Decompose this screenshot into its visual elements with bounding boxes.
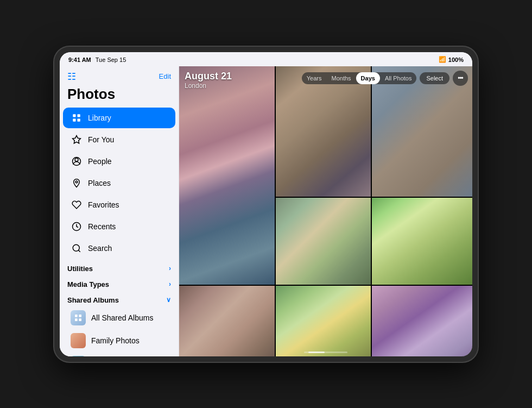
filter-all-photos[interactable]: All Photos	[380, 72, 417, 84]
svg-point-6	[75, 180, 78, 183]
filter-months[interactable]: Months	[327, 72, 356, 84]
photo-cell-8[interactable]	[372, 286, 472, 356]
sidebar-item-all-shared-albums[interactable]: All Shared Albums	[63, 307, 175, 329]
status-bar: 9:41 AM Tue Sep 15 📶 100%	[60, 52, 472, 66]
more-button[interactable]: •••	[453, 71, 468, 86]
svg-rect-12	[75, 318, 78, 321]
sidebar-item-shared-album[interactable]: Shared Album	[63, 353, 175, 356]
status-date: Tue Sep 15	[96, 57, 126, 63]
photo-grid	[179, 66, 472, 356]
all-shared-albums-label: All Shared Albums	[91, 313, 153, 322]
device-frame: 9:41 AM Tue Sep 15 📶 100% ☷ Edit Photos	[54, 47, 478, 362]
sidebar-item-recents[interactable]: Recents	[63, 216, 175, 237]
status-bar-left: 9:41 AM Tue Sep 15	[68, 57, 126, 63]
family-photos-label: Family Photos	[91, 336, 140, 345]
sidebar-toggle-icon[interactable]: ☷	[67, 71, 76, 83]
sidebar-item-search[interactable]: Search	[63, 238, 175, 259]
photo-cell-3[interactable]	[372, 66, 472, 197]
recents-label: Recents	[88, 222, 116, 231]
sidebar-item-places[interactable]: Places	[63, 173, 175, 193]
search-icon	[71, 242, 83, 254]
all-shared-albums-thumb	[71, 310, 86, 325]
utilities-chevron: ›	[169, 265, 171, 272]
sidebar-item-favorites[interactable]: Favorites	[63, 194, 175, 215]
family-photos-thumb	[71, 333, 86, 348]
search-label: Search	[88, 244, 112, 253]
svg-rect-3	[78, 118, 80, 121]
utilities-label: Utilities	[67, 265, 93, 273]
svg-line-9	[78, 250, 80, 252]
sidebar-title: Photos	[60, 85, 179, 107]
shared-albums-label: Shared Albums	[67, 296, 119, 304]
status-bar-right: 📶 100%	[439, 56, 464, 63]
sidebar-item-library[interactable]: Library	[63, 108, 175, 128]
grid-icon	[71, 112, 83, 124]
photo-controls: Years Months Days All Photos Select •••	[302, 71, 468, 86]
svg-point-4	[75, 158, 78, 161]
photo-cell-2[interactable]	[276, 66, 371, 197]
scroll-track	[304, 351, 347, 353]
select-button[interactable]: Select	[420, 72, 449, 84]
places-label: Places	[88, 179, 111, 187]
svg-rect-11	[79, 315, 81, 317]
svg-rect-2	[73, 118, 75, 121]
svg-point-8	[73, 244, 79, 251]
media-types-label: Media Types	[67, 280, 109, 288]
app-container: ☷ Edit Photos Library	[60, 66, 472, 356]
photos-area: August 21 London Years Months Days All P…	[179, 66, 472, 356]
location-icon	[71, 177, 83, 189]
edit-button[interactable]: Edit	[159, 72, 171, 80]
svg-rect-10	[75, 315, 78, 317]
library-label: Library	[88, 114, 111, 122]
photo-cell-7[interactable]	[276, 286, 371, 356]
sidebar-item-for-you[interactable]: For You	[63, 129, 175, 150]
svg-rect-0	[73, 114, 75, 117]
media-types-section-header[interactable]: Media Types ›	[60, 275, 179, 291]
svg-rect-1	[78, 114, 80, 117]
shared-albums-section-header[interactable]: Shared Albums ∨	[60, 291, 179, 306]
shared-albums-chevron: ∨	[166, 296, 171, 304]
utilities-section-header[interactable]: Utilities ›	[60, 259, 179, 275]
wifi-icon: 📶	[439, 56, 446, 63]
favorites-label: Favorites	[88, 200, 119, 209]
scroll-thumb	[308, 351, 325, 353]
sidebar-header: ☷ Edit	[60, 66, 179, 85]
person-circle-icon	[71, 155, 83, 167]
sidebar-item-people[interactable]: People	[63, 151, 175, 172]
photo-cell-5[interactable]	[372, 198, 472, 285]
clock-icon	[71, 221, 83, 233]
svg-rect-13	[79, 318, 81, 321]
photo-cell-6[interactable]	[179, 286, 275, 356]
filter-days[interactable]: Days	[356, 72, 380, 84]
star-icon	[71, 134, 83, 146]
device-screen: 9:41 AM Tue Sep 15 📶 100% ☷ Edit Photos	[60, 52, 472, 356]
time-filter-group: Years Months Days All Photos	[302, 72, 417, 84]
shared-album-thumb	[71, 356, 86, 356]
photo-cell-1[interactable]	[179, 66, 275, 285]
status-time: 9:41 AM	[68, 57, 91, 63]
media-types-chevron: ›	[169, 280, 171, 288]
heart-icon	[71, 199, 83, 211]
sidebar-item-family-photos[interactable]: Family Photos	[63, 330, 175, 351]
sidebar: ☷ Edit Photos Library	[60, 66, 179, 356]
for-you-label: For You	[88, 135, 114, 144]
filter-years[interactable]: Years	[302, 72, 327, 84]
battery-icon: 100%	[448, 57, 464, 63]
people-label: People	[88, 157, 112, 166]
photo-cell-4[interactable]	[276, 198, 371, 285]
